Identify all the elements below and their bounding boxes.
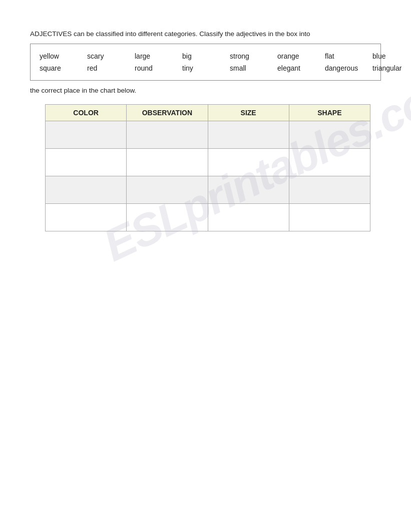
cell-size-2[interactable] bbox=[208, 149, 289, 176]
adj-small: small bbox=[228, 63, 275, 73]
adj-square: square bbox=[38, 63, 85, 73]
cell-shape-1[interactable] bbox=[289, 121, 370, 149]
adj-tiny: tiny bbox=[180, 63, 228, 73]
cell-color-4[interactable] bbox=[46, 204, 127, 231]
cell-size-4[interactable] bbox=[208, 204, 289, 231]
cell-color-1[interactable] bbox=[46, 121, 127, 149]
adj-flat: flat bbox=[323, 51, 370, 61]
cell-color-3[interactable] bbox=[46, 176, 127, 204]
adj-scary: scary bbox=[85, 51, 133, 61]
cell-size-1[interactable] bbox=[208, 121, 289, 149]
instruction-part1: ADJECTIVES can be classified into differ… bbox=[30, 30, 381, 38]
adj-big: big bbox=[180, 51, 228, 61]
table-row bbox=[46, 149, 370, 176]
adj-red: red bbox=[85, 63, 133, 73]
cell-shape-3[interactable] bbox=[289, 176, 370, 204]
table-row bbox=[46, 121, 370, 149]
header-observation: OBSERVATION bbox=[127, 105, 208, 121]
header-shape: SHAPE bbox=[289, 105, 370, 121]
cell-shape-2[interactable] bbox=[289, 149, 370, 176]
cell-size-3[interactable] bbox=[208, 176, 289, 204]
adj-yellow: yellow bbox=[38, 51, 85, 61]
adjectives-row-2: square red round tiny small elegant dang… bbox=[38, 63, 373, 73]
adj-strong: strong bbox=[228, 51, 275, 61]
adj-large: large bbox=[133, 51, 180, 61]
adj-round: round bbox=[133, 63, 180, 73]
table-row bbox=[46, 176, 370, 204]
cell-shape-4[interactable] bbox=[289, 204, 370, 231]
classification-table: COLOR OBSERVATION SIZE SHAPE bbox=[45, 104, 370, 231]
chart-container: COLOR OBSERVATION SIZE SHAPE bbox=[45, 104, 381, 231]
table-header-row: COLOR OBSERVATION SIZE SHAPE bbox=[46, 105, 370, 121]
instruction-part2: the correct place in the chart below. bbox=[30, 87, 381, 94]
table-row bbox=[46, 204, 370, 231]
cell-obs-3[interactable] bbox=[127, 176, 208, 204]
adj-elegant: elegant bbox=[275, 63, 323, 73]
cell-obs-1[interactable] bbox=[127, 121, 208, 149]
adjectives-box: yellow scary large big strong orange fla… bbox=[30, 44, 381, 81]
cell-obs-4[interactable] bbox=[127, 204, 208, 231]
adj-dangerous: dangerous bbox=[323, 63, 370, 73]
header-color: COLOR bbox=[46, 105, 127, 121]
header-size: SIZE bbox=[208, 105, 289, 121]
cell-color-2[interactable] bbox=[46, 149, 127, 176]
adj-blue: blue bbox=[370, 51, 411, 61]
adj-orange: orange bbox=[275, 51, 323, 61]
page: ADJECTIVES can be classified into differ… bbox=[0, 0, 411, 251]
adjectives-row-1: yellow scary large big strong orange fla… bbox=[38, 51, 373, 61]
adj-triangular: triangular bbox=[370, 63, 411, 73]
cell-obs-2[interactable] bbox=[127, 149, 208, 176]
